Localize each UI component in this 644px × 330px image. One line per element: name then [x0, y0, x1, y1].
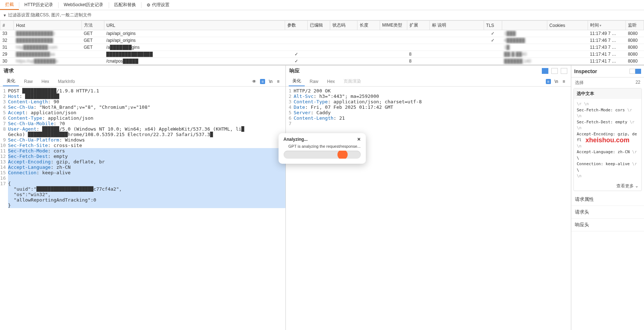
col-tls[interactable]: TLS [484, 21, 502, 30]
filter-icon: ▾ [4, 13, 6, 18]
request-code[interactable]: 1POST ████████████/1.9.8 HTTP/1.12Host: … [0, 87, 285, 330]
progress-indicator [337, 151, 348, 159]
col-time[interactable]: 时间▾ [588, 21, 625, 30]
request-panel: 请求 美化 Raw Hex MarkInfo 👁 ≡ \n ≡ 1POST ██… [0, 65, 286, 330]
inspector-title: Inspector [574, 68, 597, 74]
filter-text: 过滤器设置:隐藏CSS, 图片,一般二进制文件 [8, 12, 92, 18]
request-attributes-section[interactable]: 请求属性 [571, 193, 644, 206]
menu-icon[interactable]: ≡ [562, 78, 566, 85]
table-header-row: # Host 方法 URL 参数 已编辑 状态码 长度 MIME类型 扩展 标 … [0, 21, 644, 30]
close-icon[interactable]: ✕ [357, 137, 361, 142]
modal-title: Analyzing... [284, 137, 308, 142]
gear-icon: ⚙ [147, 3, 151, 8]
col-length[interactable]: 长度 [357, 21, 380, 30]
detail-panels: 请求 美化 Raw Hex MarkInfo 👁 ≡ \n ≡ 1POST ██… [0, 65, 644, 330]
menu-icon[interactable]: ≡ [276, 78, 280, 85]
subtab-raw[interactable]: Raw [306, 77, 322, 86]
request-title: 请求 [4, 68, 14, 74]
response-panel: 响应 美化 Raw Hex 页面渲染 ≡ \n ≡ 1HTTP/2 200 OK… [286, 65, 572, 330]
subtab-hex[interactable]: Hex [38, 77, 53, 86]
response-subtabs: 美化 Raw Hex 页面渲染 ≡ \n ≡ [286, 76, 571, 87]
subtab-markinfo[interactable]: MarkInfo [54, 77, 79, 86]
col-ext[interactable]: 扩展 [407, 21, 429, 30]
tab-intercept[interactable]: 拦截 [0, 0, 19, 10]
layout-rows-icon[interactable] [551, 68, 558, 74]
selected-text-head: 选中文本 [574, 88, 641, 99]
request-headers-section[interactable]: 请求头 [571, 206, 644, 219]
select-count: 22 [636, 80, 640, 86]
subtab-render[interactable]: 页面渲染 [340, 77, 365, 86]
col-ip[interactable] [502, 21, 547, 30]
col-params[interactable]: 参数 [285, 21, 308, 30]
newline-icon[interactable]: \n [554, 78, 559, 85]
progress-bar [284, 151, 361, 159]
table-row[interactable]: 33████████████zGET/api/api_origins✓1███1… [0, 30, 644, 37]
selected-text-body: \r \nSec-Fetch-Mode: cors \r \nSec-Fetch… [574, 99, 641, 182]
table-row[interactable]: 30https://up███████o/cnatpos█████✓8█████… [0, 58, 644, 65]
newline-icon[interactable]: \n [268, 78, 273, 85]
chevron-down-icon: ⌄ [635, 183, 639, 188]
sort-desc-icon: ▾ [600, 24, 601, 27]
col-title[interactable]: 标 说明 [429, 21, 484, 30]
badge-n-icon[interactable]: ≡ [260, 79, 265, 84]
response-title: 响应 [289, 68, 300, 74]
col-edited[interactable]: 已编辑 [308, 21, 330, 30]
subtab-hex[interactable]: Hex [324, 77, 339, 86]
badge-n-icon[interactable]: ≡ [546, 79, 551, 84]
table-row[interactable]: 32████████████GET/api/api_origins✓4█████… [0, 37, 644, 44]
subtab-beautify[interactable]: 美化 [3, 76, 19, 86]
tab-proxy-settings[interactable]: ⚙代理设置 [141, 0, 175, 10]
tab-label: 代理设置 [152, 2, 169, 8]
layout-columns-icon[interactable] [542, 68, 548, 74]
subtab-raw[interactable]: Raw [20, 77, 36, 86]
col-port[interactable]: 监听 [626, 21, 644, 30]
analyzing-modal: Analyzing... ✕ GPT is analyzing the requ… [279, 133, 366, 164]
table-row[interactable]: 31http████████.comGET/a███████gins1█11:1… [0, 44, 644, 51]
col-method[interactable]: 方法 [81, 21, 104, 30]
top-tabs: 拦截 HTTP历史记录 WebSocket历史记录 匹配和替换 ⚙代理设置 [0, 0, 644, 10]
col-status[interactable]: 状态码 [330, 21, 357, 30]
col-url[interactable]: URL [104, 21, 285, 30]
history-table: # Host 方法 URL 参数 已编辑 状态码 长度 MIME类型 扩展 标 … [0, 20, 644, 65]
subtab-beautify[interactable]: 美化 [289, 76, 305, 86]
inspector-panel: Inspector 选择 22 选中文本 \r \nSec-Fetch-Mode… [571, 65, 644, 330]
modal-message: GPT is analyzing the request/response... [284, 144, 361, 148]
col-mime[interactable]: MIME类型 [380, 21, 407, 30]
response-headers-section[interactable]: 响应头 [571, 219, 644, 231]
inspector-expand-icon[interactable] [635, 69, 641, 74]
col-host[interactable]: Host [14, 21, 81, 30]
col-cookies[interactable]: Cookies [547, 21, 588, 30]
table-row[interactable]: 29███████████aa███████████████✓8██.█.██4… [0, 51, 644, 58]
eye-off-icon[interactable]: 👁 [251, 78, 257, 85]
filter-bar[interactable]: ▾ 过滤器设置:隐藏CSS, 图片,一般二进制文件 [0, 10, 644, 20]
col-num[interactable]: # [0, 21, 14, 30]
layout-single-icon[interactable] [561, 68, 567, 74]
request-subtabs: 美化 Raw Hex MarkInfo 👁 ≡ \n ≡ [0, 76, 285, 87]
response-code[interactable]: 1HTTP/2 200 OK2Alt-Svc: h3=":443"; ma=25… [286, 87, 571, 330]
tab-http-history[interactable]: HTTP历史记录 [19, 0, 58, 10]
selected-text-box: 选中文本 \r \nSec-Fetch-Mode: cors \r \nSec-… [573, 88, 642, 191]
tab-match-replace[interactable]: 匹配和替换 [109, 0, 141, 10]
tab-ws-history[interactable]: WebSocket历史记录 [59, 0, 108, 10]
select-label: 选择 [575, 80, 584, 86]
inspector-collapse-icon[interactable] [629, 69, 635, 74]
view-more-link[interactable]: 查看更多 ⌄ [574, 182, 641, 191]
